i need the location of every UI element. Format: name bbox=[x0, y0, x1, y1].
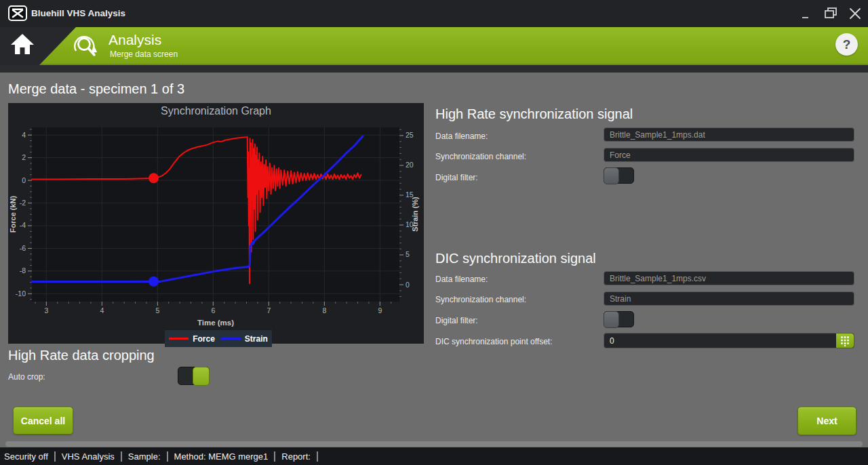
svg-text:-6: -6 bbox=[20, 244, 26, 252]
header-subtitle: Merge data screen bbox=[110, 49, 178, 59]
home-icon bbox=[10, 33, 35, 55]
dic-point-offset-field[interactable] bbox=[604, 333, 854, 348]
force-sync-point-marker[interactable] bbox=[149, 173, 159, 183]
status-separator bbox=[274, 451, 275, 462]
svg-text:-10: -10 bbox=[16, 289, 26, 298]
instron-logo-icon bbox=[8, 5, 27, 21]
svg-text:7: 7 bbox=[267, 306, 271, 315]
svg-text:5: 5 bbox=[155, 306, 159, 315]
status-separator bbox=[54, 451, 56, 462]
cancel-all-button[interactable]: Cancel all bbox=[13, 407, 73, 434]
app-header: Analysis Merge data screen ? bbox=[0, 27, 868, 65]
hr-data-filename-label: Data filename: bbox=[435, 132, 488, 141]
auto-crop-label: Auto crop: bbox=[8, 372, 45, 382]
legend-item-force: Force bbox=[169, 334, 215, 344]
hr-data-filename-field[interactable] bbox=[604, 127, 854, 142]
status-separator bbox=[121, 451, 122, 462]
hr-digital-filter-label: Digital filter: bbox=[435, 173, 478, 182]
cropping-section-heading: High Rate data cropping bbox=[8, 348, 155, 363]
legend-item-strain: Strain bbox=[221, 334, 268, 344]
force-legend-swatch bbox=[169, 338, 189, 340]
synchronization-graph: 3456789420-2-4-6-8-102520151050 Time (ms… bbox=[8, 103, 424, 344]
dic-sync-channel-label: Synchronization channel: bbox=[435, 295, 526, 304]
toggle-knob bbox=[604, 311, 619, 328]
strain-legend-swatch bbox=[221, 338, 241, 340]
svg-text:0: 0 bbox=[406, 281, 410, 289]
svg-text:20: 20 bbox=[406, 161, 414, 169]
strain-legend-label: Strain bbox=[245, 334, 268, 344]
status-separator bbox=[317, 451, 318, 462]
svg-text:-4: -4 bbox=[20, 221, 26, 229]
dic-digital-filter-toggle[interactable] bbox=[604, 311, 634, 327]
auto-crop-toggle[interactable] bbox=[178, 367, 210, 385]
minimize-icon[interactable] bbox=[802, 17, 808, 18]
right-axis-title: Strain (%) bbox=[411, 197, 419, 232]
svg-text:4: 4 bbox=[100, 306, 104, 315]
toggle-knob bbox=[604, 167, 619, 184]
status-bar: Security off VHS Analysis Sample: Method… bbox=[0, 447, 868, 465]
force-legend-label: Force bbox=[193, 334, 215, 344]
bluehill-vhs-analysis-window: Bluehill VHS Analysis Analysis Merge dat… bbox=[0, 0, 868, 465]
svg-text:6: 6 bbox=[211, 306, 215, 315]
toggle-knob bbox=[193, 367, 210, 386]
dic-section-heading: DIC synchronization signal bbox=[435, 251, 596, 266]
status-app-mode: VHS Analysis bbox=[62, 451, 115, 462]
high-rate-section-heading: High Rate synchronization signal bbox=[435, 106, 633, 122]
svg-text:5: 5 bbox=[406, 250, 410, 258]
status-report: Report: bbox=[281, 451, 311, 462]
numeric-keypad-button[interactable] bbox=[836, 333, 854, 348]
dic-data-filename-label: Data filename: bbox=[435, 275, 488, 284]
dic-sync-channel-field[interactable] bbox=[604, 291, 854, 306]
bottom-scroll-strip[interactable] bbox=[5, 441, 863, 447]
keypad-icon bbox=[840, 336, 850, 346]
svg-text:3: 3 bbox=[44, 306, 48, 315]
svg-text:2: 2 bbox=[22, 153, 26, 161]
hr-sync-channel-label: Synchronization channel: bbox=[435, 152, 526, 161]
help-button[interactable]: ? bbox=[835, 33, 858, 56]
status-method: Method: MEMG merge1 bbox=[174, 451, 269, 462]
status-security: Security off bbox=[4, 451, 48, 462]
analysis-icon bbox=[72, 33, 102, 61]
svg-text:9: 9 bbox=[378, 306, 382, 315]
header-title: Analysis bbox=[108, 32, 161, 48]
chart-legend: ForceStrain bbox=[165, 330, 272, 347]
restore-window-icon[interactable] bbox=[825, 7, 837, 19]
status-separator bbox=[167, 451, 168, 462]
svg-text:-2: -2 bbox=[20, 199, 26, 207]
window-title: Bluehill VHS Analysis bbox=[31, 8, 125, 18]
svg-text:25: 25 bbox=[406, 131, 414, 139]
x-axis-title: Time (ms) bbox=[197, 319, 234, 327]
left-axis-title: Force (kN) bbox=[9, 195, 17, 232]
header-divider bbox=[0, 65, 868, 73]
dic-digital-filter-label: Digital filter: bbox=[435, 316, 478, 325]
status-sample: Sample: bbox=[128, 451, 161, 462]
home-button[interactable] bbox=[0, 27, 76, 65]
title-bar: Bluehill VHS Analysis bbox=[0, 0, 868, 27]
svg-text:4: 4 bbox=[22, 131, 26, 139]
svg-text:-8: -8 bbox=[20, 266, 26, 275]
page-title: Merge data - specimen 1 of 3 bbox=[8, 81, 184, 97]
dic-point-offset-label: DIC synchronization point offset: bbox=[435, 337, 553, 346]
hr-sync-channel-field[interactable] bbox=[604, 148, 854, 162]
strain-sync-point-marker[interactable] bbox=[149, 277, 159, 287]
next-button[interactable]: Next bbox=[797, 407, 856, 435]
svg-text:8: 8 bbox=[322, 306, 326, 315]
svg-text:0: 0 bbox=[22, 176, 26, 184]
dic-data-filename-field[interactable] bbox=[604, 271, 854, 285]
close-icon[interactable] bbox=[849, 7, 861, 20]
hr-digital-filter-toggle[interactable] bbox=[604, 167, 634, 184]
